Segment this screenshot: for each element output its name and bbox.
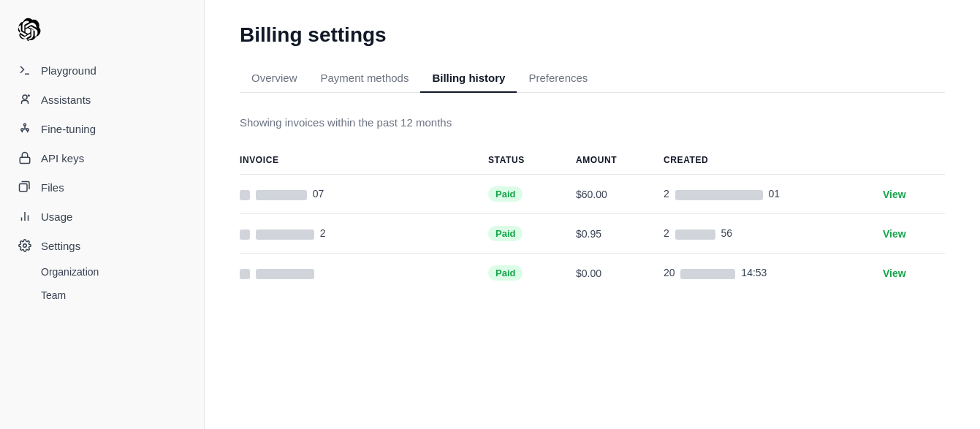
amount-cell: $60.00 (576, 175, 664, 214)
logo (0, 12, 204, 56)
status-cell: Paid (488, 214, 576, 254)
invoice-suffix: 2 (320, 227, 326, 239)
col-header-amount: AMOUNT (576, 149, 664, 175)
view-link[interactable]: View (883, 267, 906, 279)
sidebar-item-usage[interactable]: Usage (0, 202, 204, 231)
redacted-block (256, 229, 314, 240)
svg-rect-11 (20, 157, 30, 163)
created-suffix: 56 (721, 227, 733, 239)
terminal-icon (18, 63, 32, 77)
col-header-invoice: INVOICE (240, 149, 488, 175)
amount-cell: $0.95 (576, 214, 664, 254)
invoice-suffix: 07 (313, 188, 324, 200)
sidebar-item-playground-label: Playground (41, 64, 96, 77)
tabs: Overview Payment methods Billing history… (240, 64, 945, 93)
redacted-block (240, 229, 250, 240)
sidebar-item-playground[interactable]: Playground (0, 56, 204, 85)
created-cell: 2 01 (664, 175, 883, 214)
main-content: Billing settings Overview Payment method… (205, 0, 980, 429)
action-cell[interactable]: View (883, 254, 945, 293)
tab-preferences[interactable]: Preferences (517, 64, 599, 93)
invoices-subtitle: Showing invoices within the past 12 mont… (240, 116, 945, 129)
table-row: 07 Paid $60.00 2 01 View (240, 175, 945, 214)
amount-cell: $0.00 (576, 254, 664, 293)
status-badge: Paid (488, 186, 523, 202)
status-cell: Paid (488, 254, 576, 293)
openai-logo-icon (18, 18, 41, 41)
sidebar-item-assistants[interactable]: Assistants (0, 85, 204, 114)
status-badge: Paid (488, 265, 523, 281)
finetune-icon (18, 121, 32, 136)
tab-billing-history[interactable]: Billing history (420, 64, 517, 93)
sidebar-sub-item-team[interactable]: Team (0, 284, 204, 307)
sidebar-sub-item-organization-label: Organization (41, 266, 99, 278)
sidebar-nav: Playground Assistants (0, 56, 204, 417)
status-cell: Paid (488, 175, 576, 214)
invoice-cell (240, 254, 488, 293)
view-link[interactable]: View (883, 189, 906, 200)
sidebar-item-api-keys[interactable]: API keys (0, 143, 204, 172)
lock-icon (18, 151, 32, 165)
assistant-icon (18, 92, 32, 107)
usage-icon (18, 209, 32, 224)
redacted-block (256, 190, 307, 200)
svg-point-16 (23, 244, 27, 248)
created-prefix: 2 (664, 188, 669, 200)
invoice-cell: 2 (240, 214, 488, 254)
svg-point-2 (28, 94, 30, 96)
sidebar-item-api-keys-label: API keys (41, 152, 84, 164)
sidebar-item-files-label: Files (41, 181, 64, 194)
action-cell[interactable]: View (883, 214, 945, 254)
redacted-block (675, 229, 715, 240)
sidebar-sub-item-organization[interactable]: Organization (0, 260, 204, 284)
svg-line-7 (22, 129, 25, 129)
created-cell: 20 14:53 (664, 254, 883, 293)
col-header-status: STATUS (488, 149, 576, 175)
invoice-table: INVOICE STATUS AMOUNT CREATED 07 Paid $6… (240, 149, 945, 292)
sidebar-item-settings-label: Settings (41, 240, 80, 252)
sidebar-item-fine-tuning[interactable]: Fine-tuning (0, 114, 204, 143)
invoice-cell: 07 (240, 175, 488, 214)
svg-point-3 (24, 124, 26, 126)
sidebar-item-assistants-label: Assistants (41, 94, 91, 106)
created-cell: 2 56 (664, 214, 883, 254)
svg-rect-12 (20, 184, 28, 192)
created-prefix: 2 (664, 227, 669, 239)
svg-point-1 (23, 95, 27, 99)
status-badge: Paid (488, 226, 523, 241)
tab-payment-methods[interactable]: Payment methods (309, 64, 421, 93)
files-icon (18, 180, 32, 194)
redacted-block (240, 269, 250, 279)
tab-overview[interactable]: Overview (240, 64, 309, 93)
action-cell[interactable]: View (883, 175, 945, 214)
col-header-action (883, 149, 945, 175)
sidebar: Playground Assistants (0, 0, 205, 429)
redacted-block (240, 190, 250, 200)
col-header-created: CREATED (664, 149, 883, 175)
sidebar-sub-item-team-label: Team (41, 289, 66, 301)
page-title: Billing settings (240, 23, 945, 47)
table-row: Paid $0.00 20 14:53 View (240, 254, 945, 293)
redacted-block (256, 269, 314, 279)
view-link[interactable]: View (883, 228, 906, 240)
sidebar-item-files[interactable]: Files (0, 172, 204, 202)
created-suffix: 14:53 (741, 267, 767, 278)
svg-line-8 (25, 129, 28, 129)
created-prefix: 20 (664, 267, 675, 278)
sidebar-item-settings[interactable]: Settings (0, 231, 204, 260)
created-suffix: 01 (769, 188, 780, 200)
redacted-block (680, 269, 735, 279)
sidebar-item-fine-tuning-label: Fine-tuning (41, 123, 96, 135)
gear-icon (18, 238, 32, 253)
table-row: 2 Paid $0.95 2 56 View (240, 214, 945, 254)
sidebar-item-usage-label: Usage (41, 210, 72, 223)
redacted-block (675, 190, 763, 200)
